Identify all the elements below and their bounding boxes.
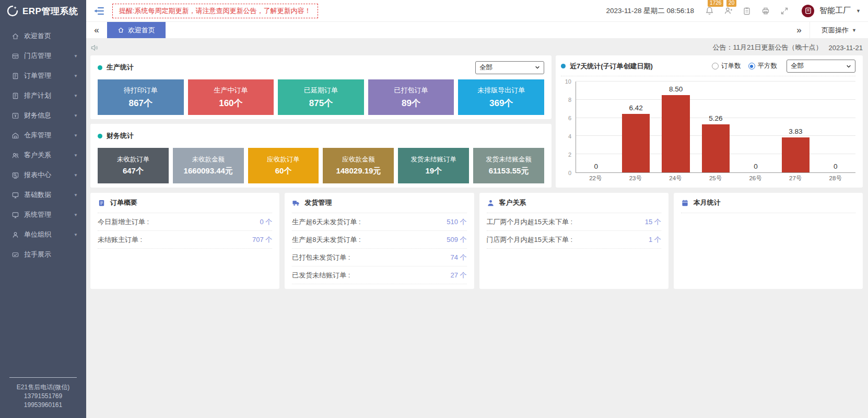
user-menu-chevron-down-icon[interactable]: ▼ bbox=[856, 8, 861, 14]
logo-icon bbox=[6, 5, 19, 17]
sidebar-item[interactable]: 报表中心 ▼ bbox=[0, 165, 86, 185]
summary-value-link[interactable]: 74 个 bbox=[450, 253, 466, 262]
sidebar-item-label: 拉手展示 bbox=[24, 250, 69, 259]
user-requests-button[interactable]: 20 bbox=[721, 4, 735, 18]
bar[interactable] bbox=[782, 137, 810, 172]
sidebar-item[interactable]: 客户关系 ▼ bbox=[0, 145, 86, 165]
sidebar-item[interactable]: 仓库管理 ▼ bbox=[0, 125, 86, 145]
x-tick-label: 24号 bbox=[655, 175, 696, 182]
chevron-down-icon: ▼ bbox=[74, 153, 78, 158]
tabs-scroll-right-icon[interactable]: » bbox=[789, 22, 810, 38]
chevron-down-icon: ▼ bbox=[74, 54, 78, 59]
report-icon bbox=[11, 171, 19, 179]
stat-card-label: 待打印订单 bbox=[124, 86, 158, 95]
summary-value-link[interactable]: 15 个 bbox=[645, 217, 661, 227]
finance-cards: 未收款订单 647个 未收款金额 1660093.44元 bbox=[98, 148, 544, 183]
sidebar-item[interactable]: 单位组织 ▼ bbox=[0, 225, 86, 245]
top-header: ERP管理系统 提醒:系统每周定期更新，请注意查阅更新公告，了解更新内容！ 20… bbox=[0, 0, 868, 22]
summary-value-link[interactable]: 707 个 bbox=[252, 235, 272, 245]
panel-title: 本月统计 bbox=[694, 198, 721, 207]
bar-value-label: 3.83 bbox=[776, 127, 815, 135]
page-actions-dropdown[interactable]: 页面操作 ▼ bbox=[810, 22, 868, 38]
stat-card[interactable]: 未排版导出订单 369个 bbox=[458, 79, 544, 115]
announcement-text[interactable]: 公告：11月21日更新公告（晚十点） bbox=[712, 43, 822, 52]
radio-option[interactable]: 平方数 bbox=[748, 62, 778, 71]
sidebar-item[interactable]: 系统管理 ▼ bbox=[0, 205, 86, 225]
store-icon bbox=[11, 52, 19, 60]
bar[interactable] bbox=[662, 95, 689, 172]
tasks-button[interactable] bbox=[740, 4, 754, 18]
chart-filter-select[interactable]: 全部 bbox=[787, 60, 855, 73]
stat-card[interactable]: 未收款金额 1660093.44元 bbox=[173, 148, 244, 183]
sidebar-menu: 欢迎首页 ▼ 门店管理 ▼ 订单管理 ▼ bbox=[0, 22, 86, 264]
stat-card[interactable]: 已延期订单 875个 bbox=[278, 79, 364, 115]
summary-value-link[interactable]: 0 个 bbox=[260, 217, 272, 227]
sidebar-item[interactable]: 拉手展示 ▼ bbox=[0, 245, 86, 264]
stat-card[interactable]: 生产中订单 160个 bbox=[188, 79, 274, 115]
chevron-down-icon: ▼ bbox=[74, 133, 78, 138]
bell-icon bbox=[705, 6, 714, 15]
finance-icon bbox=[11, 112, 19, 120]
x-tick-label: 22号 bbox=[576, 175, 616, 182]
chart-plot: 06.428.505.2603.830 bbox=[576, 82, 855, 173]
tab-label: 欢迎首页 bbox=[128, 26, 155, 35]
stat-card[interactable]: 已打包订单 89个 bbox=[368, 79, 454, 115]
bar-column: 0 bbox=[816, 82, 855, 172]
sidebar-item[interactable]: 排产计划 ▼ bbox=[0, 86, 86, 106]
tabs-scroll-left-icon[interactable]: « bbox=[86, 22, 107, 38]
stat-card[interactable]: 应收款金额 148029.19元 bbox=[323, 148, 394, 183]
summary-row: 今日新增主订单 : 0 个 bbox=[98, 213, 272, 231]
panel-rows: 今日新增主订单 : 0 个 未结账主订单 : 707 个 bbox=[98, 213, 272, 249]
sidebar-collapse-icon[interactable] bbox=[93, 5, 105, 17]
stat-card-value: 60个 bbox=[275, 166, 292, 176]
main-area: « 欢迎首页 » 页面操作 ▼ 公告：11月21日 bbox=[86, 22, 868, 418]
stat-card[interactable]: 未收款订单 647个 bbox=[98, 148, 169, 183]
stat-card[interactable]: 应收款订单 60个 bbox=[248, 148, 319, 183]
handshake-icon bbox=[11, 251, 19, 259]
avatar[interactable] bbox=[802, 5, 814, 17]
summary-value-link[interactable]: 27 个 bbox=[450, 271, 466, 280]
x-tick-label: 26号 bbox=[735, 175, 776, 182]
radio-option[interactable]: 订单数 bbox=[712, 62, 741, 71]
summary-value-link[interactable]: 510 个 bbox=[447, 217, 466, 227]
production-filter-select[interactable]: 全部 bbox=[475, 61, 544, 74]
contact-line: 13791551769 bbox=[0, 392, 86, 401]
stat-card-value: 875个 bbox=[309, 97, 333, 109]
sidebar-item-label: 订单管理 bbox=[24, 71, 69, 80]
x-tick-label: 25号 bbox=[696, 175, 736, 182]
order-summary-panel: 订单概要 今日新增主订单 : 0 个 未结账主订单 bbox=[90, 193, 279, 289]
production-stats-panel: 生产统计 全部 待打印 bbox=[90, 55, 552, 119]
stat-card[interactable]: 发货未结账订单 19个 bbox=[398, 148, 469, 183]
summary-value-link[interactable]: 509 个 bbox=[447, 235, 466, 245]
chart-y-axis: 0246810 bbox=[561, 82, 576, 173]
summary-row: 门店两个月内超15天未下单 : 1 个 bbox=[487, 231, 661, 249]
stat-card[interactable]: 发货未结账金额 61153.55元 bbox=[473, 148, 544, 183]
summary-value-link[interactable]: 1 个 bbox=[649, 235, 661, 245]
sidebar-footer: E21售后电话(微信)1379155176919953960161 bbox=[0, 372, 86, 418]
summary-row: 生产超6天未发货订单 : 510 个 bbox=[292, 213, 466, 231]
sidebar-item[interactable]: 财务信息 ▼ bbox=[0, 106, 86, 125]
notifications-button[interactable]: 1726 bbox=[702, 4, 716, 18]
print-button[interactable] bbox=[759, 4, 772, 18]
speaker-icon[interactable] bbox=[90, 44, 98, 52]
update-alert: 提醒:系统每周定期更新，请注意查阅更新公告，了解更新内容！ bbox=[112, 4, 318, 18]
sidebar-item[interactable]: 订单管理 ▼ bbox=[0, 66, 86, 86]
bar-value-label: 0 bbox=[736, 162, 776, 170]
sidebar-item[interactable]: 欢迎首页 ▼ bbox=[0, 26, 86, 46]
bar-column: 0 bbox=[736, 82, 776, 172]
chart-title: 近7天统计(子订单创建日期) bbox=[570, 62, 653, 71]
users-icon bbox=[11, 152, 19, 159]
app-logo[interactable]: ERP管理系统 bbox=[0, 0, 86, 22]
chevron-down-icon: ▼ bbox=[74, 94, 78, 98]
sidebar-item[interactable]: 门店管理 ▼ bbox=[0, 46, 86, 66]
stat-card[interactable]: 待打印订单 867个 bbox=[98, 79, 184, 115]
chevron-down-icon: ▼ bbox=[74, 173, 78, 178]
user-name[interactable]: 智能工厂 bbox=[819, 6, 851, 16]
panel-title: 订单概要 bbox=[110, 198, 137, 207]
bar[interactable] bbox=[622, 114, 650, 172]
chevron-down-icon: ▼ bbox=[74, 74, 78, 78]
sidebar-item[interactable]: 基础数据 ▼ bbox=[0, 185, 86, 205]
bar[interactable] bbox=[702, 124, 730, 172]
tab-welcome[interactable]: 欢迎首页 bbox=[107, 22, 166, 38]
fullscreen-button[interactable] bbox=[778, 4, 791, 18]
